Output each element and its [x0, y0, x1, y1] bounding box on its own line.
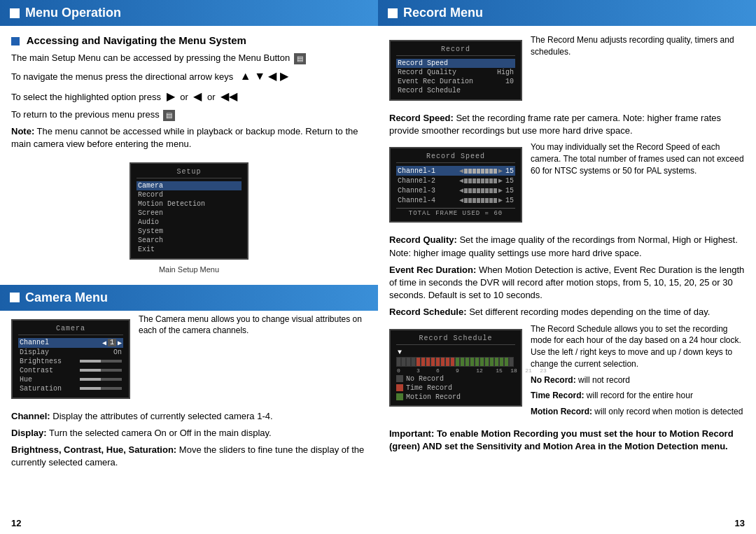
hue-slider: [80, 378, 122, 381]
record-speed-screen: Record Speed Channel-1 ◀: [389, 147, 522, 223]
para-navigate: To navigate the menus press the directio…: [11, 69, 367, 84]
camera-dvr-screen: Camera Channel ◀ 1 ▶ DisplayOn Brightnes…: [11, 319, 130, 399]
camera-row-brightness: Brightness: [18, 357, 123, 366]
record-item-schedule: Record Schedule: [396, 86, 515, 95]
camera-row-saturation: Saturation: [18, 384, 123, 393]
camera-desc-text: The Camera menu allows you to change vis…: [139, 314, 367, 337]
speed-ch2: Channel-2 ◀ ▶: [396, 176, 515, 185]
schedule-bars-row: 0 3 6 9 12 15 18: [396, 357, 515, 374]
camera-row-contrast: Contrast: [18, 366, 123, 375]
setup-item-camera: Camera: [136, 181, 241, 190]
page-number-left: 12: [11, 518, 21, 528]
menu-operation-title: Menu Operation: [25, 6, 121, 20]
record-item-speed: Record Speed: [396, 59, 515, 68]
camera-header-icon: [10, 293, 20, 302]
total-frame: TOTAL FRAME USED = 60: [396, 208, 515, 217]
record-menu-desc: The Record Menu adjusts recording qualit…: [531, 34, 745, 58]
camera-screen-title: Camera: [18, 325, 123, 335]
display-desc: Display: Turn the selected camera On or …: [11, 427, 367, 440]
contrast-slider: [80, 369, 122, 372]
bcs-desc: Brightness, Contrast, Hue, Saturation: M…: [11, 444, 367, 469]
speed-ch4: Channel-4 ◀ ▶: [396, 195, 515, 205]
record-speed-layout: Record Speed Channel-1 ◀: [389, 141, 745, 228]
setup-item-record: Record: [136, 190, 241, 199]
legend-time-record: Time Record: [396, 384, 515, 392]
schedule-screen-title: Record Schedule: [396, 335, 515, 345]
header-icon: [10, 8, 20, 18]
brightness-slider: [80, 360, 122, 363]
left-icon: ◀: [193, 90, 202, 102]
record-screen-title: Record: [396, 45, 515, 56]
camera-top-layout: Camera Channel ◀ 1 ▶ DisplayOn Brightnes…: [11, 314, 367, 405]
record-menu-header: Record Menu: [378, 0, 756, 26]
schedule-side-text: The Record Schedule allows you to set th…: [531, 323, 745, 423]
record-quality-desc: Record Quality: Set the image quality of…: [389, 234, 745, 259]
schedule-layout: Record Schedule ▼: [389, 323, 745, 423]
para-select: To select the highlighted option press ▶…: [11, 89, 367, 104]
event-rec-desc: Event Rec Duration: When Motion Detectio…: [389, 264, 745, 302]
setup-dvr-screen: Setup Camera Record Motion Detection Scr…: [130, 162, 248, 260]
speed-ch1: Channel-1 ◀ ▶: [396, 166, 515, 176]
camera-section: Camera Channel ◀ 1 ▶ DisplayOn Brightnes…: [11, 314, 367, 470]
right-panel: Record Menu Record Record Speed Record Q…: [378, 0, 756, 534]
record-speed-side-text: You may individually set the Record Spee…: [531, 141, 745, 176]
menu-button-icon: ▤: [294, 53, 306, 64]
setup-item-motion: Motion Detection: [136, 199, 241, 209]
record-schedule-label-para: Record Schedule: Set different recording…: [389, 306, 745, 318]
record-item-quality: Record QualityHigh: [396, 68, 515, 77]
menu-operation-header: Menu Operation: [0, 0, 378, 26]
legend-motion-record: Motion Record: [396, 393, 515, 401]
camera-row-hue: Hue: [18, 375, 123, 384]
setup-menu-container: Setup Camera Record Motion Detection Scr…: [11, 157, 367, 279]
setup-item-audio: Audio: [136, 218, 241, 227]
rewind-icon: ◀◀: [220, 90, 237, 102]
subsection-accessing: Accessing and Navigating the Menu System: [11, 34, 367, 46]
setup-item-screen: Screen: [136, 209, 241, 218]
play-icon: ▶: [167, 90, 175, 102]
channel-desc: Channel: Display the attributes of curre…: [11, 410, 367, 423]
speed-ch3: Channel-3 ◀ ▶: [396, 185, 515, 195]
record-dvr-screen: Record Record Speed Record QualityHigh E…: [389, 40, 522, 101]
para-setup: The main Setup Menu can be accessed by p…: [11, 52, 367, 64]
record-menu-title: Record Menu: [403, 6, 483, 20]
camera-row-display: DisplayOn: [18, 348, 123, 357]
legend-no-record: No Record: [396, 375, 515, 383]
record-speed-title: Record Speed: [396, 153, 515, 163]
left-panel: Menu Operation Accessing and Navigating …: [0, 0, 378, 534]
setup-item-system: System: [136, 227, 241, 236]
important-text: Important: To enable Motion Recording yo…: [389, 428, 745, 453]
schedule-selector: ▼: [396, 348, 515, 357]
camera-menu-header: Camera Menu: [0, 285, 378, 311]
saturation-slider: [80, 387, 122, 390]
schedule-screen: Record Schedule ▼: [389, 329, 522, 407]
record-header-icon: [388, 8, 398, 18]
para-return: To return to the previous menu press ▤: [11, 108, 367, 121]
camera-row-channel: Channel ◀ 1 ▶: [18, 338, 123, 348]
record-item-duration: Event Rec Duration10: [396, 77, 515, 86]
setup-screen-title: Setup: [136, 168, 241, 178]
setup-item-search: Search: [136, 236, 241, 245]
record-top-layout: Record Record Speed Record QualityHigh E…: [389, 34, 745, 106]
left-content: Accessing and Navigating the Menu System…: [0, 26, 378, 482]
record-speed-desc: Record Speed: Set the recording frame ra…: [389, 112, 745, 137]
right-content: Record Record Speed Record QualityHigh E…: [378, 26, 756, 465]
back-button-icon: ▤: [163, 110, 175, 121]
setup-item-exit: Exit: [136, 245, 241, 254]
note-paragraph: Note: The menu cannot be accessed while …: [11, 125, 367, 150]
subsection-icon: [11, 37, 20, 45]
arrow-icons: ▲ ▼ ◀ ▶: [240, 70, 288, 82]
setup-screen-caption: Main Setup Menu: [159, 265, 219, 274]
page-number-right: 13: [735, 518, 745, 528]
